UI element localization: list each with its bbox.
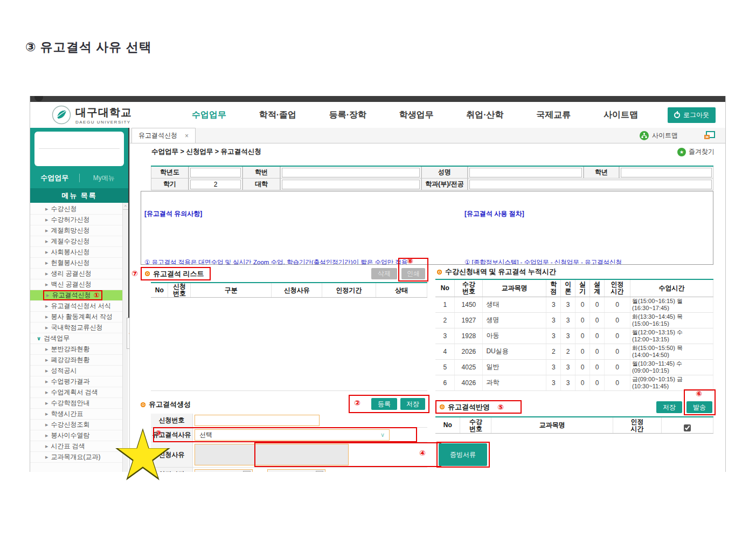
sitemap-button[interactable]: 사이트맵 <box>640 131 678 140</box>
sidebar-menu-item[interactable]: 교과목개요(교과) <box>30 452 122 463</box>
studentno-input[interactable] <box>282 168 420 177</box>
absence-list-column-header: No <box>151 283 168 298</box>
select-all-checkbox[interactable] <box>684 424 691 431</box>
university-logo[interactable]: 대구대학교 DAEGU UNIVERSITY <box>52 105 168 125</box>
menu-item-label: 시간표 검색 <box>51 442 85 451</box>
favorite-button[interactable]: ★ 즐겨찾기 <box>677 147 715 156</box>
dept-input[interactable] <box>469 180 712 189</box>
period-start-input[interactable] <box>195 469 253 472</box>
sidebar-menu-item[interactable]: 유고결석신청 ① <box>30 290 122 301</box>
course-row[interactable]: 6 4026 과학 3 3 0 0 0 금(09:00~10:15) 금(10:… <box>435 375 713 390</box>
course-recognized-hours: 0 <box>605 359 630 375</box>
nav-item[interactable]: 취업·산학 <box>466 109 503 121</box>
calendar-icon[interactable] <box>316 471 323 472</box>
logout-button[interactable]: 로그아웃 <box>668 107 716 123</box>
sidebar-menu-item[interactable]: 계절수강신청 <box>30 236 122 247</box>
logo-subtitle: DAEGU UNIVERSITY <box>75 120 132 125</box>
sidebar-menu-item[interactable]: 봉사이수열람 <box>30 430 122 441</box>
delete-button[interactable]: 삭제 <box>371 268 397 279</box>
sidebar-menu-item[interactable]: 검색업무 <box>30 333 122 344</box>
sidebar-menu-item[interactable]: 수업평가결과 <box>30 376 122 387</box>
menu-item-label: 봉사 활동계획서 작성 <box>51 312 113 321</box>
sidebar-menu-item[interactable]: 유고결석신청서 서식 <box>30 301 122 312</box>
menu-item-wrap: 교과목개요(교과) <box>43 452 105 462</box>
reflection-save-button[interactable]: 저장 <box>656 401 682 413</box>
send-button[interactable]: 발송 <box>686 401 712 413</box>
university-logo-icon <box>52 105 71 125</box>
courses-column-header: 수업시간 <box>630 279 713 297</box>
nav-item[interactable]: 등록·장학 <box>329 109 366 121</box>
sidebar-menu-item[interactable]: 분반강좌현황 <box>30 344 122 355</box>
application-number-input[interactable] <box>195 415 320 426</box>
annotation-7: ⑦ <box>131 269 138 278</box>
sidebar-tab-lecture[interactable]: 수업업무 <box>30 173 79 183</box>
sidebar-menu-item[interactable]: 계절희망신청 <box>30 225 122 236</box>
year-input[interactable] <box>190 168 241 177</box>
sidebar-menu-item[interactable]: 수강허가신청 <box>30 215 122 225</box>
sidebar-menu-item[interactable]: 사회봉사신청 <box>30 247 122 258</box>
menu-arrow-icon <box>45 304 48 308</box>
menu-arrow-icon <box>45 272 48 276</box>
nav-item[interactable]: 수업업무 <box>192 109 226 121</box>
year-label: 학년도 <box>151 167 189 179</box>
name-input[interactable] <box>469 168 582 177</box>
app-header: 대구대학교 DAEGU UNIVERSITY 수업업무학적·졸업등록·장학학생업… <box>30 102 725 128</box>
menu-item-wrap: 계절수강신청 <box>43 236 94 246</box>
tab-absence-application[interactable]: 유고결석신청 × <box>131 128 196 143</box>
sitemap-icon <box>640 131 649 140</box>
window-top-bar <box>30 96 725 102</box>
star-icon: ★ <box>677 148 686 156</box>
sidebar-menu-item[interactable]: 학생시간표 <box>30 409 122 420</box>
creation-title-row: 유고결석생성 <box>141 400 191 409</box>
sidebar-menu-item[interactable]: 백신 공결신청 <box>30 279 122 290</box>
multi-window-icon[interactable] <box>704 131 716 140</box>
course-row[interactable]: 3 1928 아동 3 3 0 0 0 월(12:00~13:15) 수(12:… <box>435 328 713 344</box>
calendar-icon[interactable] <box>243 471 251 472</box>
courses-column-header: No <box>435 279 455 297</box>
grade-input[interactable] <box>621 168 712 177</box>
nav-item[interactable]: 학적·졸업 <box>259 109 296 121</box>
scroll-up-icon[interactable]: ^ <box>123 203 128 210</box>
course-row[interactable]: 5 4025 일반 3 3 0 0 0 월(10:30~11:45) 수(09:… <box>435 359 713 375</box>
course-theory: 3 <box>561 312 575 328</box>
sidebar-tab-mymenu[interactable]: My메뉴 <box>80 174 129 183</box>
attach-documents-button[interactable]: 증빙서류 <box>439 443 487 466</box>
sidebar-menu-item[interactable]: 수강신청조회 <box>30 420 122 430</box>
sidebar-menu-item[interactable]: 성적공시 <box>30 366 122 376</box>
nav-item[interactable]: 사이트맵 <box>604 109 638 121</box>
sidebar-menu-item[interactable]: 폐강강좌현황 <box>30 355 122 366</box>
sidebar-menu-item[interactable]: 시간표 검색 <box>30 441 122 452</box>
absence-reason-select[interactable]: 선택 ∨ <box>195 429 390 441</box>
course-row[interactable]: 2 1927 생명 3 3 0 0 0 화(13:30~14:45) 목(15:… <box>435 312 713 328</box>
reflection-col-name: 교과목명 <box>491 417 613 434</box>
nav-item[interactable]: 국제교류 <box>536 109 571 121</box>
reflection-col-no: No <box>435 417 460 434</box>
creation-save-button[interactable]: 저장 <box>400 398 425 410</box>
college-input[interactable] <box>282 180 420 189</box>
window-circle-decoration <box>34 96 43 101</box>
sidebar-menu-item[interactable]: 국내학점교류신청 <box>30 323 122 333</box>
sidebar-menu-item[interactable]: 헌혈봉사신청 <box>30 258 122 269</box>
menu-item-wrap: 수강학점안내 <box>43 398 94 408</box>
sidebar-menu-item[interactable]: 생리 공결신청 <box>30 269 122 279</box>
application-detail-textarea[interactable] <box>195 444 349 465</box>
sidebar-menu-item[interactable]: 수강신청 <box>30 204 122 215</box>
nav-item[interactable]: 학생업무 <box>399 109 434 121</box>
course-row[interactable]: 1 1450 생태 3 3 0 0 0 월(15:00~16:15) 월(16:… <box>435 297 713 312</box>
register-button[interactable]: 등록 <box>371 398 397 410</box>
sidebar-menu-item[interactable]: 봉사 활동계획서 작성 <box>30 312 122 323</box>
semester-input[interactable] <box>190 180 241 189</box>
annotation-4: ④ <box>419 449 426 457</box>
sidebar-menu-item[interactable]: 수업계획서 검색 <box>30 387 122 398</box>
period-end-input[interactable] <box>267 469 325 472</box>
reflection-title-box: 유고결석반영 ⑤ <box>435 400 522 414</box>
print-annotation-box <box>398 258 428 282</box>
course-credit: 3 <box>546 297 561 312</box>
menu-arrow-icon <box>45 315 48 319</box>
annotation-8: ⑧ <box>407 257 413 265</box>
course-row[interactable]: 4 2026 DU실용 2 2 0 0 0 화(15:00~15:50) 목(1… <box>435 344 713 359</box>
sidebar-menu-item[interactable]: 수강학점안내 <box>30 398 122 409</box>
menu-item-label: 학생시간표 <box>51 409 83 419</box>
close-icon[interactable]: × <box>185 132 189 140</box>
course-recognized-hours: 0 <box>605 312 630 328</box>
